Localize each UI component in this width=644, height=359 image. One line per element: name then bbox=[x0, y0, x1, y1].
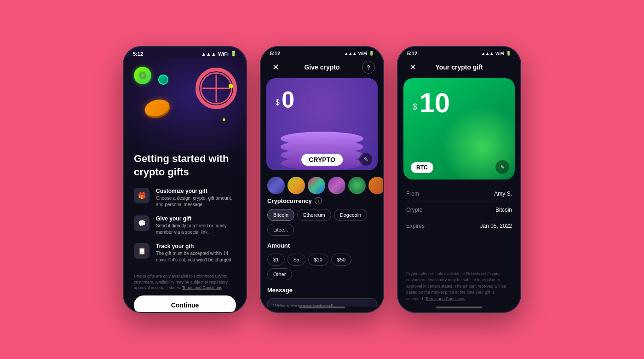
bitcoin-chip[interactable]: Bitcoin bbox=[267, 209, 294, 221]
feature-1-desc: Choose a design, crypto, gift amount, an… bbox=[156, 195, 236, 208]
phone3-close-button[interactable]: ✕ bbox=[406, 61, 419, 74]
phone3-legal-link[interactable]: Terms and Conditions bbox=[425, 296, 465, 301]
phone3-legal: Crypto gifts are only available to Robin… bbox=[398, 266, 520, 307]
crypto-row: Crypto Bitcoin bbox=[406, 202, 512, 218]
phone1-legal: Crypto gifts are only available to Robin… bbox=[134, 273, 236, 291]
amount-section-label: Amount bbox=[267, 242, 377, 249]
wifi-icon-3: WiFi bbox=[495, 51, 504, 56]
cryptocurrency-label: Cryptocurrency i bbox=[267, 197, 377, 204]
small-green-coin bbox=[158, 75, 168, 85]
status-bar-2: 5:12 ▲▲▲ WiFi 🔋 bbox=[261, 47, 383, 58]
svg-point-0 bbox=[138, 71, 147, 80]
phone3-header-title: Your crypto gift bbox=[435, 64, 483, 71]
feature-3-title: Track your gift bbox=[156, 243, 236, 249]
avatar-4[interactable] bbox=[328, 177, 345, 194]
avatar-5[interactable] bbox=[348, 177, 366, 194]
amount-5-chip[interactable]: $5 bbox=[288, 254, 305, 266]
amount-50-chip[interactable]: $50 bbox=[331, 254, 351, 266]
amount-10-chip[interactable]: $10 bbox=[308, 254, 328, 266]
crypto-chips-row: Bitcoin Ethereum Dogecoin Litec... bbox=[267, 209, 377, 236]
dollar-sign: $ bbox=[276, 98, 280, 106]
crypto-card: $ 0 CRYPTO ✎ bbox=[266, 78, 378, 170]
continue-button[interactable]: Continue bbox=[134, 295, 236, 313]
help-button[interactable]: ? bbox=[362, 61, 375, 74]
battery-icon: 🔋 bbox=[230, 51, 237, 57]
gift-icon: 🎁 bbox=[134, 188, 150, 203]
phone2-scroll: Cryptocurrency i Bitcoin Ethereum Dogeco… bbox=[261, 197, 383, 307]
status-bar-1: 5:12 ▲▲▲ WiFi 🔋 bbox=[124, 47, 246, 58]
avatar-row bbox=[261, 172, 383, 197]
expires-label: Expires bbox=[406, 223, 425, 229]
feature-1: 🎁 Customize your gift Choose a design, c… bbox=[134, 188, 236, 208]
gift-amount: $ 10 bbox=[413, 89, 450, 117]
status-icons-3: ▲▲▲ WiFi 🔋 bbox=[481, 51, 511, 56]
status-time-3: 5:12 bbox=[407, 51, 417, 56]
yellow-dot-1 bbox=[229, 84, 233, 88]
signal-icon: ▲▲▲ bbox=[201, 51, 216, 57]
amount-other-chip[interactable]: Other bbox=[267, 268, 292, 280]
expires-row: Expires Jan 05, 2022 bbox=[406, 218, 512, 234]
phone1-legal-link[interactable]: Terms and Conditions bbox=[182, 285, 222, 290]
track-icon: 📋 bbox=[134, 243, 150, 259]
hero-area bbox=[124, 58, 246, 151]
avatar-6[interactable] bbox=[368, 177, 384, 194]
phone-3: 5:12 ▲▲▲ WiFi 🔋 ✕ Your crypto gift $ 10 … bbox=[397, 46, 521, 313]
chat-icon: 💬 bbox=[134, 215, 150, 231]
status-bar-3: 5:12 ▲▲▲ WiFi 🔋 bbox=[398, 47, 520, 58]
feature-2-title: Give your gift bbox=[156, 215, 236, 222]
edit-card-button[interactable]: ✎ bbox=[359, 153, 372, 166]
from-row: From Amy S. bbox=[406, 186, 512, 202]
edit-gift-button[interactable]: ✎ bbox=[495, 160, 509, 174]
crypto-label-row: Crypto bbox=[406, 207, 422, 213]
phone3-header: ✕ Your crypto gift bbox=[398, 58, 520, 76]
avatar-1[interactable] bbox=[267, 177, 285, 194]
avatar-3[interactable] bbox=[308, 177, 325, 194]
amount-1-chip[interactable]: $1 bbox=[267, 254, 285, 266]
signal-icon-2: ▲▲▲ bbox=[344, 51, 356, 56]
feature-2-desc: Send it directly to a friend or family m… bbox=[156, 223, 236, 236]
phone2-header-title: Give crypto bbox=[304, 64, 339, 71]
gift-card: $ 10 BTC ✎ bbox=[403, 78, 515, 180]
feature-3: 📋 Track your gift The gift must be accep… bbox=[134, 243, 236, 263]
litecoin-chip[interactable]: Litec... bbox=[267, 224, 294, 236]
feature-3-text: Track your gift The gift must be accepte… bbox=[156, 243, 236, 263]
feature-3-desc: The gift must be accepted within 14 days… bbox=[156, 250, 236, 263]
battery-icon-3: 🔋 bbox=[506, 51, 511, 56]
yellow-dot-2 bbox=[223, 118, 225, 121]
feature-1-title: Customize your gift bbox=[156, 188, 236, 194]
crypto-value: Bitcoin bbox=[495, 207, 512, 213]
status-icons-2: ▲▲▲ WiFi 🔋 bbox=[344, 51, 374, 56]
wifi-icon-2: WiFi bbox=[358, 51, 367, 56]
wifi-icon: WiFi bbox=[218, 51, 229, 57]
battery-icon-2: 🔋 bbox=[369, 51, 374, 56]
phone-2: 5:12 ▲▲▲ WiFi 🔋 ✕ Give crypto ? $ 0 CRYP… bbox=[260, 46, 384, 313]
feature-1-text: Customize your gift Choose a design, cry… bbox=[156, 188, 236, 208]
feature-2-text: Give your gift Send it directly to a fri… bbox=[156, 215, 236, 236]
status-time-1: 5:12 bbox=[133, 51, 143, 57]
phone1-title: Getting started with crypto gifts bbox=[134, 152, 236, 179]
dogecoin-chip[interactable]: Dogecoin bbox=[334, 209, 367, 221]
avatar-2[interactable] bbox=[288, 177, 305, 194]
status-icons-1: ▲▲▲ WiFi 🔋 bbox=[201, 51, 237, 57]
expires-value: Jan 05, 2022 bbox=[480, 223, 512, 229]
pink-coin bbox=[196, 68, 237, 109]
from-value: Amy S. bbox=[494, 191, 512, 197]
feature-2: 💬 Give your gift Send it directly to a f… bbox=[134, 215, 236, 236]
green-coin bbox=[134, 67, 151, 84]
phone-1: 5:12 ▲▲▲ WiFi 🔋 bbox=[123, 46, 247, 313]
phone1-content: Getting started with crypto gifts 🎁 Cust… bbox=[124, 151, 246, 313]
close-button[interactable]: ✕ bbox=[269, 61, 282, 74]
home-indicator-3 bbox=[436, 307, 482, 308]
from-label: From bbox=[406, 191, 419, 197]
message-input[interactable]: Write a message (optional) bbox=[267, 298, 377, 307]
info-icon[interactable]: i bbox=[315, 197, 322, 204]
info-rows: From Amy S. Crypto Bitcoin Expires Jan 0… bbox=[398, 181, 520, 266]
home-indicator-2 bbox=[299, 307, 345, 308]
ethereum-chip[interactable]: Ethereum bbox=[297, 209, 331, 221]
gift-dollar-sign: $ bbox=[413, 102, 417, 111]
message-section-label: Message bbox=[267, 287, 377, 294]
gift-amount-num: 10 bbox=[419, 87, 450, 118]
amount-chips-row: $1 $5 $10 $50 Other bbox=[267, 254, 377, 280]
crypto-label: CRYPTO bbox=[301, 154, 343, 166]
amount-display: $ 0 bbox=[276, 88, 294, 111]
